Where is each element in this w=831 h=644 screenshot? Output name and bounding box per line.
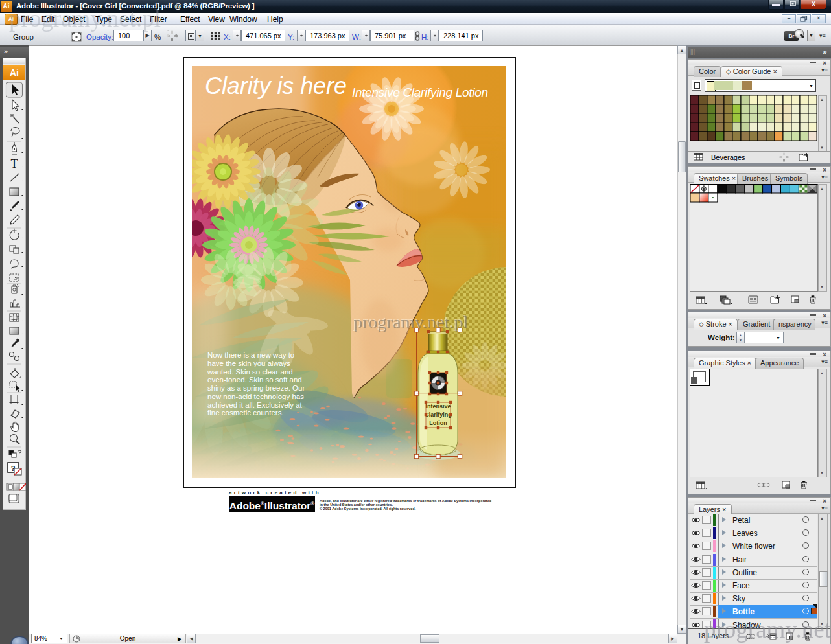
svg-text:shiny as a spring breeze. Our: shiny as a spring breeze. Our [207, 384, 305, 392]
svg-text:T: T [11, 157, 18, 170]
svg-text:Intensive Clarifying Lotion: Intensive Clarifying Lotion [352, 86, 488, 99]
svg-text:have the skin you always: have the skin you always [207, 360, 290, 367]
svg-text:fine cosmetic counters.: fine cosmetic counters. [207, 409, 284, 417]
svg-text:Clarifying: Clarifying [425, 411, 452, 418]
svg-text:Now there is a new way to: Now there is a new way to [207, 351, 294, 359]
svg-text:wanted. Skin so clear and: wanted. Skin so clear and [207, 368, 293, 376]
svg-text:Lotion: Lotion [429, 420, 447, 426]
svg-text:Clarity is here: Clarity is here [205, 73, 347, 99]
svg-text:achieved it all. Exclusively a: achieved it all. Exclusively at [207, 401, 303, 409]
svg-text:Intensive: Intensive [425, 403, 451, 409]
svg-text:programy.net.pl: programy.net.pl [354, 312, 469, 332]
svg-text:even-toned. Skin so soft and: even-toned. Skin so soft and [207, 376, 302, 384]
svg-text:new non-acid technology has: new non-acid technology has [207, 393, 304, 400]
